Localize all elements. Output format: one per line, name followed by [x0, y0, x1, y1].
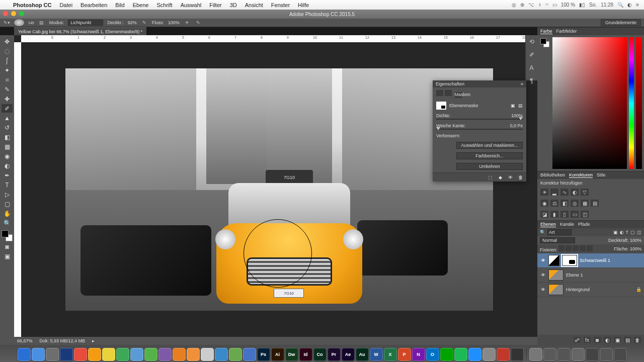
- dock-app-icon[interactable]: [557, 348, 571, 361]
- pressure-opacity-icon[interactable]: ✎: [141, 19, 148, 26]
- pixel-mask-icon[interactable]: [436, 90, 443, 96]
- filter-icon[interactable]: 🔍: [540, 230, 545, 235]
- feather-slider[interactable]: [436, 129, 523, 130]
- tool-preset-icon[interactable]: ✎▾: [3, 19, 10, 26]
- dock-app-icon[interactable]: [116, 348, 129, 361]
- spotlight-icon[interactable]: 🔍: [617, 2, 623, 8]
- adj-brightness-icon[interactable]: ☀: [540, 189, 548, 196]
- dock-app-icon[interactable]: P: [398, 348, 411, 361]
- type-tool[interactable]: T: [2, 180, 13, 189]
- brightness-slider[interactable]: [636, 37, 642, 169]
- ruler-vertical[interactable]: [14, 42, 21, 345]
- tab-stile[interactable]: Stile: [597, 172, 606, 178]
- menu-3d[interactable]: 3D: [226, 2, 241, 8]
- adj-colbal-icon[interactable]: ⚖: [550, 200, 558, 207]
- close-button[interactable]: [3, 11, 8, 16]
- dock-app-icon[interactable]: [215, 348, 228, 361]
- brush-size[interactable]: 149: [28, 21, 34, 25]
- dock-app-icon[interactable]: [454, 348, 467, 361]
- dock-app-icon[interactable]: Ai: [271, 348, 284, 361]
- dock-app-icon[interactable]: Id: [299, 348, 312, 361]
- dock-app-icon[interactable]: [440, 348, 453, 361]
- layer-row[interactable]: 👁 Hintergrund 🔒: [537, 283, 644, 297]
- filter-shape-icon[interactable]: ▢: [630, 230, 635, 235]
- dock-app-icon[interactable]: [572, 348, 585, 361]
- dock-app-icon[interactable]: [74, 348, 87, 361]
- dock-app-icon[interactable]: Au: [356, 348, 369, 361]
- dock-app-icon[interactable]: [497, 348, 510, 361]
- user-icon[interactable]: ◐: [627, 2, 632, 8]
- brush-panel-icon[interactable]: ✐: [529, 51, 534, 58]
- dock-app-icon[interactable]: [229, 348, 242, 361]
- group-icon[interactable]: ▣: [614, 337, 621, 343]
- adj-lookup-icon[interactable]: ▤: [591, 200, 599, 207]
- dock-app-icon[interactable]: [511, 348, 524, 361]
- hue-slider[interactable]: [629, 37, 634, 169]
- layer-opacity[interactable]: 100%: [630, 238, 641, 243]
- char-panel-icon[interactable]: A: [529, 64, 533, 71]
- airbrush-icon[interactable]: ✈: [184, 19, 191, 26]
- hand-tool[interactable]: ✋: [2, 209, 13, 218]
- mask-icon[interactable]: ◙: [594, 337, 601, 343]
- blur-tool[interactable]: ◉: [2, 152, 13, 160]
- adj-poster-icon[interactable]: ▮: [550, 211, 558, 218]
- opacity-value[interactable]: 92%: [128, 20, 137, 25]
- brush-preview-icon[interactable]: [14, 19, 24, 26]
- menu-ebene[interactable]: Ebene: [129, 2, 153, 8]
- app-name[interactable]: Photoshop CC: [9, 2, 55, 8]
- menu-auswahl[interactable]: Auswahl: [177, 2, 206, 8]
- display-icon[interactable]: ▭: [552, 2, 557, 8]
- new-layer-icon[interactable]: ▤: [624, 337, 631, 343]
- adjust-icon[interactable]: ◐: [604, 337, 611, 343]
- marquee-tool[interactable]: ◌: [2, 47, 13, 55]
- dock-app-icon[interactable]: [543, 348, 556, 361]
- document-tab[interactable]: Yellow Cab.jpg bei 66,7% (Schwarzweiß 1,…: [14, 27, 146, 35]
- dock-app-icon[interactable]: N: [412, 348, 425, 361]
- adj-vibrance-icon[interactable]: ▽: [581, 189, 589, 196]
- dock-app-icon[interactable]: W: [370, 348, 383, 361]
- dock-app-icon[interactable]: [187, 348, 200, 361]
- lock-pixel-icon[interactable]: [566, 245, 572, 251]
- density-slider[interactable]: [436, 119, 523, 120]
- screenmode-icon[interactable]: ▣: [2, 252, 13, 260]
- link-icon[interactable]: ☍: [574, 337, 581, 343]
- layer-name[interactable]: Ebene 1: [566, 273, 583, 278]
- bt-icon[interactable]: ᚼ: [538, 2, 541, 8]
- dock-app-icon[interactable]: [201, 348, 214, 361]
- adj-levels-icon[interactable]: ▂: [550, 189, 558, 196]
- lock-nest-icon[interactable]: [580, 245, 586, 251]
- pressure-size-icon[interactable]: ✎: [195, 19, 202, 26]
- lock-trans-icon[interactable]: [558, 245, 565, 251]
- apply-mask-icon[interactable]: ◆: [497, 174, 503, 180]
- lock-icon[interactable]: 🔒: [636, 287, 641, 292]
- adj-curves-icon[interactable]: ∿: [560, 189, 569, 196]
- notif-icon[interactable]: ≡: [636, 2, 639, 8]
- adj-thresh-icon[interactable]: ▯: [560, 211, 569, 218]
- layer-row[interactable]: 👁 Schwarzweiß 1: [537, 253, 644, 268]
- minimize-button[interactable]: [11, 11, 16, 16]
- dock-app-icon[interactable]: [88, 348, 101, 361]
- wifi-icon[interactable]: ⌔: [545, 2, 548, 8]
- dock-app-icon[interactable]: Ps: [257, 348, 270, 361]
- wand-tool[interactable]: ✦: [2, 66, 13, 74]
- blend-mode-select[interactable]: Normal: [540, 237, 575, 243]
- select-mask-button[interactable]: Auswählen und maskieren...: [456, 142, 523, 149]
- zoom-tool[interactable]: 🔍: [2, 219, 13, 227]
- dock-app-icon[interactable]: X: [384, 348, 397, 361]
- layer-row[interactable]: 👁 Ebene 1: [537, 268, 644, 283]
- dock-app-icon[interactable]: [529, 348, 542, 361]
- dock-app-icon[interactable]: O: [426, 348, 439, 361]
- lasso-tool[interactable]: ʃ: [2, 56, 13, 65]
- crop-tool[interactable]: ⌗: [2, 75, 13, 84]
- menu-fenster[interactable]: Fenster: [267, 2, 294, 8]
- adj-invert-icon[interactable]: ◪: [540, 211, 548, 218]
- dock-app-icon[interactable]: Co: [313, 348, 327, 361]
- dock-app-icon[interactable]: [600, 348, 613, 361]
- trash-icon[interactable]: 🗑: [634, 337, 641, 343]
- dock-app-icon[interactable]: Dw: [285, 348, 298, 361]
- battery-icon[interactable]: ▮▯: [579, 2, 585, 8]
- dock-app-icon[interactable]: [482, 348, 496, 361]
- visibility-icon[interactable]: 👁: [540, 287, 546, 292]
- workspace-select[interactable]: Grundelemente: [601, 19, 641, 26]
- lock-all-icon[interactable]: [587, 245, 593, 251]
